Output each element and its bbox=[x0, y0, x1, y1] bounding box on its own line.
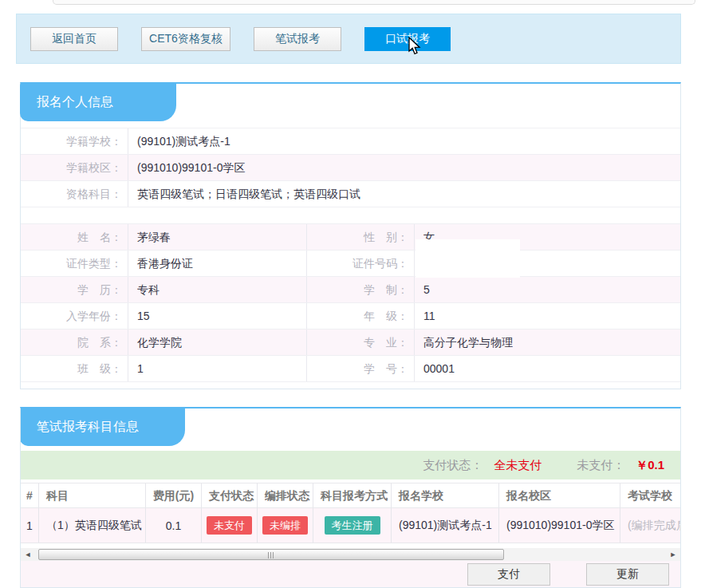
major-label: 专 业： bbox=[307, 330, 415, 355]
campus-value: (991010)99101-0学区 bbox=[128, 155, 680, 180]
header-arrange-status: 编排状态 bbox=[258, 483, 313, 507]
name-value: 茅绿春 bbox=[128, 224, 307, 250]
row-entryyear-grade: 入学年份： 15 年 级： 11 bbox=[21, 303, 680, 330]
header-register-mode: 科目报考方式 bbox=[313, 483, 392, 507]
department-label: 院 系： bbox=[21, 330, 128, 355]
school-label: 学籍学校： bbox=[21, 128, 128, 154]
table-row: 1 （1）英语四级笔试 0.1 未支付 未编排 考生注册 (99101)测试考点… bbox=[21, 508, 681, 543]
toolbar-panel: 返回首页 CET6资格复核 笔试报考 口试报考 bbox=[16, 14, 681, 64]
written-exam-card: 笔试报考科目信息 支付状态： 全未支付 未支付： ￥0.1 # 科目 费用(元)… bbox=[20, 407, 681, 588]
card-footer: 支付 更新 bbox=[21, 561, 680, 587]
pay-button[interactable]: 支付 bbox=[467, 563, 550, 586]
cell-fee: 0.1 bbox=[146, 508, 202, 543]
major-value: 高分子化学与物理 bbox=[415, 330, 680, 355]
header-school: 报名学校 bbox=[392, 483, 499, 507]
cell-subject: （1）英语四级笔试 bbox=[39, 508, 146, 543]
candidate-registered-badge: 考生注册 bbox=[325, 516, 380, 535]
personal-info-body: 学籍学校： (99101)测试考点-1 学籍校区： (991010)99101-… bbox=[21, 128, 680, 382]
entry-year-value: 15 bbox=[128, 303, 307, 329]
cell-arrange-status: 未编排 bbox=[258, 508, 313, 543]
cell-index: 1 bbox=[21, 508, 39, 543]
horizontal-scrollbar[interactable]: ◄ ► bbox=[21, 548, 680, 562]
written-exam-title: 笔试报考科目信息 bbox=[37, 420, 139, 433]
unpaid-status-badge: 未支付 bbox=[207, 516, 252, 535]
id-type-label: 证件类型： bbox=[21, 251, 128, 276]
written-exam-tab: 笔试报考科目信息 bbox=[20, 407, 185, 446]
personal-info-title: 报名个人信息 bbox=[37, 95, 113, 109]
previous-section-edge bbox=[53, 0, 695, 5]
scrollbar-grip-icon bbox=[268, 552, 274, 558]
grade-label: 年 级： bbox=[307, 303, 415, 329]
row-campus: 学籍校区： (991010)99101-0学区 bbox=[21, 155, 680, 181]
unpaid-label: 未支付： bbox=[577, 458, 624, 473]
header-pay-status: 支付状态 bbox=[202, 483, 258, 507]
personal-info-tab: 报名个人信息 bbox=[20, 82, 176, 121]
id-number-redaction-box bbox=[416, 239, 520, 278]
cell-register-mode: 考生注册 bbox=[313, 508, 392, 543]
exam-subjects-table: # 科目 费用(元) 支付状态 编排状态 科目报考方式 报名学校 报名校区 考试… bbox=[21, 483, 681, 543]
row-school: 学籍学校： (99101)测试考点-1 bbox=[21, 128, 680, 155]
cell-pay-status: 未支付 bbox=[202, 508, 258, 543]
duration-value: 5 bbox=[415, 277, 680, 302]
row-idtype-idnumber: 证件类型： 香港身份证 证件号码： bbox=[21, 251, 680, 277]
id-number-label: 证件号码： bbox=[307, 251, 415, 276]
qualified-subjects-value: 英语四级笔试；日语四级笔试；英语四级口试 bbox=[128, 181, 680, 207]
oral-exam-register-button[interactable]: 口试报考 bbox=[364, 27, 451, 51]
update-button[interactable]: 更新 bbox=[586, 563, 669, 586]
spacer-row bbox=[21, 207, 680, 224]
table-header-row: # 科目 费用(元) 支付状态 编排状态 科目报考方式 报名学校 报名校区 考试… bbox=[21, 483, 681, 508]
scroll-left-arrow-icon[interactable]: ◄ bbox=[22, 548, 34, 561]
header-exam-school: 考试学校 bbox=[620, 483, 681, 507]
payment-status-bar: 支付状态： 全未支付 未支付： ￥0.1 bbox=[21, 451, 680, 479]
campus-label: 学籍校区： bbox=[21, 155, 128, 180]
header-campus: 报名校区 bbox=[499, 483, 620, 507]
degree-label: 学 历： bbox=[21, 277, 128, 302]
entry-year-label: 入学年份： bbox=[21, 303, 128, 329]
row-name-gender: 姓 名： 茅绿春 性 别： 女 bbox=[21, 224, 680, 251]
cell-campus: (991010)99101-0学区 bbox=[499, 508, 620, 543]
payment-status-value: 全未支付 bbox=[494, 458, 542, 473]
scrollbar-thumb[interactable] bbox=[38, 549, 504, 560]
class-value: 1 bbox=[128, 356, 307, 381]
row-class-studentid: 班 级： 1 学 号： 00001 bbox=[21, 356, 680, 382]
school-value: (99101)测试考点-1 bbox=[128, 128, 680, 154]
payment-status-label: 支付状态： bbox=[423, 458, 482, 473]
student-id-value: 00001 bbox=[415, 356, 680, 381]
row-department-major: 院 系： 化学学院 专 业： 高分子化学与物理 bbox=[21, 330, 680, 356]
written-exam-register-button[interactable]: 笔试报考 bbox=[254, 27, 341, 51]
name-label: 姓 名： bbox=[21, 224, 128, 250]
gender-label: 性 别： bbox=[307, 224, 415, 250]
qualified-subjects-label: 资格科目： bbox=[21, 181, 128, 207]
department-value: 化学学院 bbox=[128, 330, 307, 355]
grade-value: 11 bbox=[415, 303, 680, 329]
back-home-button[interactable]: 返回首页 bbox=[30, 27, 118, 51]
row-qualified-subjects: 资格科目： 英语四级笔试；日语四级笔试；英语四级口试 bbox=[21, 181, 680, 207]
personal-info-card: 报名个人信息 学籍学校： (99101)测试考点-1 学籍校区： (991010… bbox=[20, 82, 681, 389]
cell-exam-school: (编排完成后 bbox=[620, 508, 681, 543]
cet6-review-button[interactable]: CET6资格复核 bbox=[141, 27, 230, 51]
row-degree-duration: 学 历： 专科 学 制： 5 bbox=[21, 277, 680, 303]
unpaid-amount: ￥0.1 bbox=[636, 458, 664, 473]
scroll-right-arrow-icon[interactable]: ► bbox=[667, 548, 679, 561]
id-type-value: 香港身份证 bbox=[128, 251, 307, 276]
not-arranged-badge: 未编排 bbox=[262, 516, 308, 535]
header-subject: 科目 bbox=[39, 483, 146, 507]
header-fee: 费用(元) bbox=[146, 483, 202, 507]
degree-value: 专科 bbox=[128, 277, 307, 302]
student-id-label: 学 号： bbox=[307, 356, 415, 381]
cell-school: (99101)测试考点-1 bbox=[392, 508, 499, 543]
class-label: 班 级： bbox=[21, 356, 128, 381]
header-index: # bbox=[21, 483, 39, 507]
duration-label: 学 制： bbox=[307, 277, 415, 302]
